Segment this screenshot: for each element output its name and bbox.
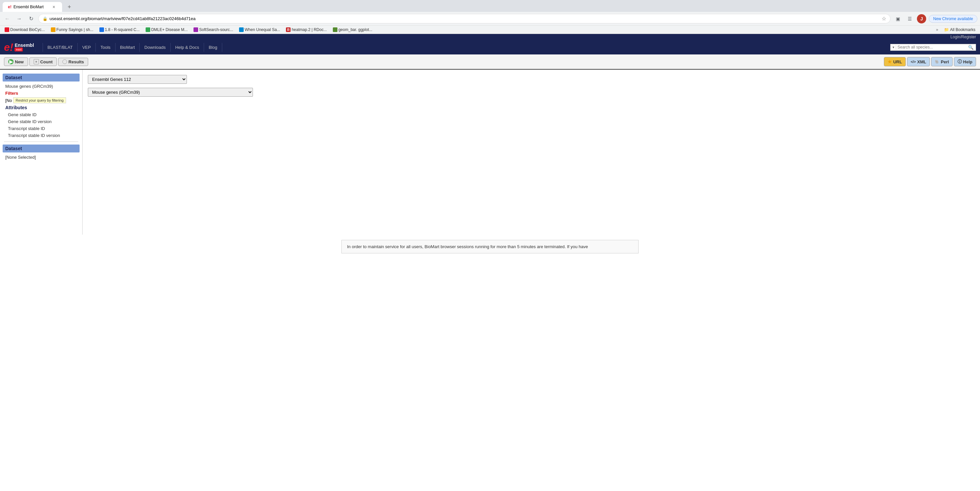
bookmark-unequal-label: When Unequal Sa... [245, 27, 280, 32]
database-dropdown-row: Ensembl Genes 112 Ensembl Genes 111 Ense… [88, 75, 975, 84]
bookmark-softsearch-label: SoftSearch-sourc... [199, 27, 233, 32]
bookmark-heatmap-label: heatmap.2 | RDoc... [291, 27, 327, 32]
perl-button[interactable]: 🐘 Perl [931, 57, 953, 66]
active-tab[interactable]: e! Ensembl BioMart × [3, 2, 62, 12]
filters-label: Filters [5, 91, 18, 96]
browser-chrome: e! Ensembl BioMart × + ← → ↻ 🔒 ☆ ▣ ☰ J N… [0, 0, 980, 34]
star-icon: ★ [888, 59, 892, 64]
bookmark-funny-label: Funny Sayings | sh... [56, 27, 94, 32]
biocyc-favicon [5, 27, 9, 32]
nav-tools[interactable]: Tools [96, 43, 115, 52]
attribute-gene-stable-id[interactable]: Gene stable ID [3, 111, 80, 118]
heatmap-favicon: R [286, 27, 291, 32]
all-bookmarks-button[interactable]: 📁 All Bookmarks [942, 27, 977, 33]
ensembl-header: Login/Register e! Ensembl east BLAST/BLA… [0, 34, 980, 54]
geombar-favicon [333, 27, 337, 32]
url-input[interactable] [49, 16, 880, 21]
nav-blast-blat[interactable]: BLAST/BLAT [43, 43, 78, 52]
count-button-label: Count [40, 59, 53, 64]
toolbar-right-buttons: ★ URL </> XML 🐘 Perl ⓘ Help [884, 57, 976, 66]
dmle-favicon [146, 27, 150, 32]
results-button-icon [62, 59, 67, 64]
sidebar-separator [4, 141, 78, 142]
tab-close-button[interactable]: × [51, 4, 57, 10]
dataset2-section-title: Dataset [3, 145, 80, 153]
no-filters-label: [No [5, 98, 12, 103]
new-chrome-button[interactable]: New Chrome available [929, 15, 977, 23]
ensembl-e-logo: e! [4, 42, 13, 52]
bookmark-rsquared[interactable]: 1.8 - R-squared C... [97, 27, 142, 33]
bookmark-dmle[interactable]: DMLE+ Disease M... [144, 27, 189, 33]
main-content: Dataset Mouse genes (GRCm39) Filters [No… [0, 70, 980, 235]
search-submit-button[interactable]: 🔍 [968, 45, 974, 50]
profile-menu-button[interactable]: ☰ [905, 14, 914, 24]
biomart-toolbar: ▶ New ≡ Count Results ★ URL </> XML 🐘 Pe… [0, 54, 980, 70]
perl-icon: 🐘 [935, 60, 939, 64]
dataset-value[interactable]: Mouse genes (GRCm39) [3, 83, 80, 90]
address-bar[interactable]: 🔒 ☆ [38, 14, 891, 24]
attributes-label: Attributes [5, 105, 27, 110]
attribute-transcript-stable-id-version[interactable]: Transcript stable ID version [3, 132, 80, 139]
sidebar: Dataset Mouse genes (GRCm39) Filters [No… [0, 70, 83, 235]
search-dropdown-icon[interactable]: ▾ [892, 45, 896, 49]
new-button-label: New [15, 59, 24, 64]
bookmark-unequal[interactable]: When Unequal Sa... [237, 27, 282, 33]
bookmark-softsearch[interactable]: SoftSearch-sourc... [191, 27, 235, 33]
nav-help-docs[interactable]: Help & Docs [171, 43, 204, 52]
database-dropdown[interactable]: Ensembl Genes 112 Ensembl Genes 111 Ense… [88, 75, 187, 84]
xml-button[interactable]: </> XML [907, 57, 930, 66]
results-button[interactable]: Results [58, 58, 88, 66]
attribute-transcript-stable-id[interactable]: Transcript stable ID [3, 125, 80, 132]
all-bookmarks-label: All Bookmarks [950, 27, 975, 32]
nav-downloads[interactable]: Downloads [140, 43, 170, 52]
nav-bar: ← → ↻ 🔒 ☆ ▣ ☰ J New Chrome available [0, 12, 980, 25]
footer-text: In order to maintain service for all use… [347, 244, 588, 249]
new-tab-button[interactable]: + [65, 2, 74, 11]
dataset2-value[interactable]: [None Selected] [3, 154, 80, 161]
reload-button[interactable]: ↻ [26, 14, 36, 24]
nav-links: BLAST/BLAT VEP Tools BioMart Downloads H… [43, 43, 890, 52]
perl-button-label: Perl [941, 59, 949, 64]
tab-bar: e! Ensembl BioMart × + [0, 0, 980, 12]
ensembl-search-bar[interactable]: ▾ 🔍 [890, 44, 976, 51]
search-input[interactable] [897, 45, 968, 49]
help-button-label: Help [963, 59, 972, 64]
nav-vep[interactable]: VEP [78, 43, 96, 52]
forward-button[interactable]: → [14, 14, 24, 24]
attribute-gene-stable-id-version[interactable]: Gene stable ID version [3, 118, 80, 125]
extensions-button[interactable]: ▣ [893, 14, 902, 24]
bookmark-funny[interactable]: Funny Sayings | sh... [49, 27, 95, 33]
dataset-section-title: Dataset [3, 73, 80, 81]
attributes-section-title[interactable]: Attributes [3, 104, 80, 111]
xml-button-label: XML [917, 59, 926, 64]
bookmark-biocyc[interactable]: Download BioCyc... [3, 27, 47, 33]
help-button[interactable]: ⓘ Help [954, 57, 976, 66]
url-button[interactable]: ★ URL [884, 57, 906, 66]
softsearch-favicon [194, 27, 198, 32]
bookmark-dmle-label: DMLE+ Disease M... [151, 27, 188, 32]
right-panel: Ensembl Genes 112 Ensembl Genes 111 Ense… [83, 70, 980, 235]
count-button[interactable]: ≡ Count [29, 57, 57, 66]
nav-blog[interactable]: Blog [204, 43, 222, 52]
tab-favicon: e! [8, 5, 11, 9]
filters-link[interactable]: Filters [3, 90, 80, 97]
more-bookmarks-button[interactable]: » [934, 27, 940, 33]
bookmark-heatmap[interactable]: R heatmap.2 | RDoc... [284, 27, 329, 33]
dataset-dropdown[interactable]: Mouse genes (GRCm39) Human genes (GRCh38… [88, 88, 253, 97]
login-register-link[interactable]: Login/Register [951, 35, 976, 39]
back-button[interactable]: ← [3, 14, 12, 24]
ensembl-east-badge: east [14, 48, 23, 51]
tab-label: Ensembl BioMart [14, 5, 44, 9]
user-avatar[interactable]: J [917, 14, 926, 24]
nav-biomart[interactable]: BioMart [116, 43, 140, 52]
bookmark-star-icon[interactable]: ☆ [881, 16, 886, 22]
ensembl-logo[interactable]: e! Ensembl east [4, 42, 36, 52]
footer-notice: In order to maintain service for all use… [341, 240, 639, 253]
bookmark-biocyc-label: Download BioCyc... [10, 27, 45, 32]
count-button-icon: ≡ [34, 59, 39, 64]
rsquared-favicon [99, 27, 104, 32]
new-button[interactable]: ▶ New [4, 57, 28, 66]
bookmark-geombar[interactable]: geom_bar. ggplot... [331, 27, 374, 33]
bookmark-rsquared-label: 1.8 - R-squared C... [105, 27, 140, 32]
filters-tooltip: Restrict your query by filtering [13, 97, 66, 103]
